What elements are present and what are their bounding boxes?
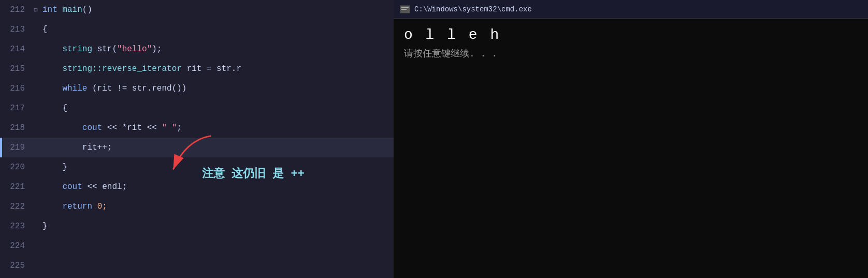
active-line-bar <box>0 138 2 157</box>
code-line-221: 221 cout << endl; <box>0 177 394 197</box>
line-number: 214 <box>0 45 31 54</box>
line-number: 216 <box>0 84 31 93</box>
terminal-icon <box>400 5 410 13</box>
terminal-title-text: C:\Windows\system32\cmd.exe <box>414 5 532 13</box>
code-line-223: 223} <box>0 216 394 236</box>
line-content: int main() <box>40 5 92 14</box>
line-number: 213 <box>0 25 31 34</box>
line-content: return 0; <box>40 202 107 211</box>
line-content: cout << endl; <box>40 182 127 192</box>
line-number: 223 <box>0 222 31 231</box>
line-gutter: ⊟ <box>31 6 40 14</box>
code-line-220: 220 } <box>0 157 394 177</box>
terminal-titlebar: C:\Windows\system32\cmd.exe <box>394 0 868 19</box>
line-number: 218 <box>0 123 31 133</box>
code-line-218: 218 cout << *rit << " "; <box>0 118 394 138</box>
line-number: 222 <box>0 202 31 211</box>
code-line-215: 215 string::reverse_iterator rit = str.r <box>0 59 394 79</box>
terminal-body: o l l e h 请按任意键继续. . . <box>394 19 868 278</box>
line-number: 225 <box>0 261 31 270</box>
line-number: 219 <box>0 143 31 152</box>
code-line-225: 225 <box>0 256 394 275</box>
line-content: { <box>40 104 67 113</box>
line-number: 220 <box>0 163 31 172</box>
code-line-213: 213{ <box>0 20 394 39</box>
terminal-output: o l l e h <box>404 27 858 43</box>
line-content: string str("hello"); <box>40 45 162 54</box>
code-line-212: 212⊟int main() <box>0 0 394 20</box>
line-content: } <box>40 222 48 231</box>
line-content: rit++; <box>40 143 112 152</box>
line-number: 221 <box>0 182 31 192</box>
line-content: while (rit != str.rend()) <box>40 84 186 93</box>
line-content: string::reverse_iterator rit = str.r <box>40 64 241 74</box>
code-line-222: 222 return 0; <box>0 197 394 216</box>
code-line-216: 216 while (rit != str.rend()) <box>0 79 394 98</box>
svg-rect-3 <box>401 9 407 10</box>
line-number: 224 <box>0 241 31 251</box>
code-editor: 212⊟int main()213{214 string str("hello"… <box>0 0 394 278</box>
code-line-224: 224 <box>0 236 394 256</box>
line-content: } <box>40 163 67 172</box>
line-number: 217 <box>0 104 31 113</box>
svg-rect-2 <box>401 7 409 8</box>
line-number: 212 <box>0 5 31 14</box>
line-content: { <box>40 25 48 34</box>
terminal-prompt: 请按任意键继续. . . <box>404 47 858 60</box>
code-line-219: 219 rit++; <box>0 138 394 157</box>
code-line-214: 214 string str("hello"); <box>0 39 394 59</box>
terminal-panel: C:\Windows\system32\cmd.exe o l l e h 请按… <box>394 0 868 278</box>
line-content: cout << *rit << " "; <box>40 123 182 133</box>
annotation-text: 注意 这仍旧 是 ++ <box>202 166 305 181</box>
code-line-217: 217 { <box>0 98 394 118</box>
line-number: 215 <box>0 64 31 74</box>
